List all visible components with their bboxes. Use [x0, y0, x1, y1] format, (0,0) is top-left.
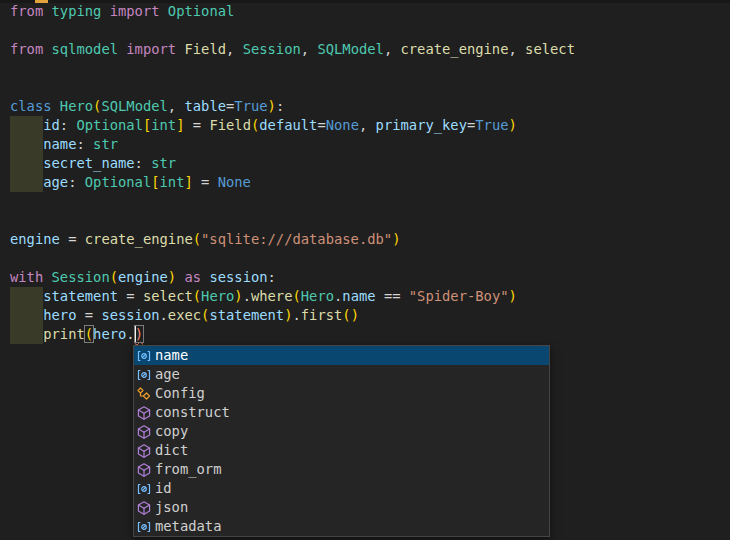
- suggestion-label: from_orm: [155, 460, 221, 479]
- code-line: age: Optional[int] = None: [10, 173, 575, 192]
- code-token: ,: [226, 41, 243, 57]
- code-token: table: [184, 98, 226, 114]
- code-line: [10, 21, 575, 40]
- code-token: (: [342, 307, 350, 323]
- code-token: Field: [209, 117, 251, 133]
- code-token: SQLModel: [101, 98, 167, 114]
- code-line: class Hero(SQLModel, table=True):: [10, 97, 575, 116]
- code-token: ,: [508, 41, 525, 57]
- suggestion-label: metadata: [155, 517, 221, 536]
- code-token: str: [151, 155, 176, 171]
- code-token: ,: [301, 41, 318, 57]
- code-token: Optional: [76, 117, 142, 133]
- code-token: :: [135, 155, 152, 171]
- class-icon: [136, 386, 152, 402]
- code-token: [160, 3, 168, 19]
- code-token: "sqlite:///database.db": [201, 231, 392, 247]
- code-token: Hero: [301, 288, 334, 304]
- code-token: =: [76, 307, 101, 323]
- suggestion-item-json[interactable]: json: [134, 498, 549, 517]
- code-token: Optional: [168, 3, 234, 19]
- code-token: select: [525, 41, 575, 57]
- code-token: :: [60, 117, 77, 133]
- code-token: int: [151, 117, 176, 133]
- code-token: ==: [376, 288, 409, 304]
- code-token: [10, 288, 43, 304]
- suggestion-item-dict[interactable]: dict: [134, 441, 549, 460]
- code-token: import: [110, 3, 160, 19]
- code-token: print: [43, 326, 85, 342]
- code-token: ): [351, 307, 359, 323]
- code-line: with Session(engine) as session:: [10, 268, 575, 287]
- code-token: =: [60, 231, 85, 247]
- code-token: statement: [209, 307, 284, 323]
- suggestion-label: copy: [155, 422, 188, 441]
- code-token: age: [43, 174, 68, 190]
- code-token: with: [10, 269, 43, 285]
- field-icon: [136, 367, 152, 383]
- code-token: create_engine: [85, 231, 193, 247]
- code-line: secret_name: str: [10, 154, 575, 173]
- code-token: ): [234, 288, 242, 304]
- code-token: .: [292, 307, 300, 323]
- code-token: =: [118, 288, 143, 304]
- code-line: from sqlmodel import Field, Session, SQL…: [10, 40, 575, 59]
- code-token: where: [251, 288, 293, 304]
- suggestion-label: id: [155, 479, 172, 498]
- code-token: [43, 269, 51, 285]
- code-token: ): [509, 117, 517, 133]
- code-token: [: [151, 174, 159, 190]
- code-token: from: [10, 3, 43, 19]
- suggestion-item-from_orm[interactable]: from_orm: [134, 460, 549, 479]
- code-token: :: [268, 269, 276, 285]
- method-icon: [136, 462, 152, 478]
- code-token: session: [101, 307, 159, 323]
- code-token: typing: [52, 3, 102, 19]
- code-token: [10, 174, 43, 190]
- code-token: "Spider-Boy": [409, 288, 509, 304]
- suggestion-label: age: [155, 365, 180, 384]
- code-token: ): [509, 288, 517, 304]
- code-token: ,: [384, 41, 401, 57]
- code-token: =: [184, 117, 209, 133]
- code-line: from typing import Optional: [10, 2, 575, 21]
- code-token: [101, 3, 109, 19]
- code-editor[interactable]: from typing import Optionalfrom sqlmodel…: [10, 2, 575, 344]
- code-token: primary_key: [376, 117, 467, 133]
- code-token: [10, 326, 43, 342]
- suggestion-item-construct[interactable]: construct: [134, 403, 549, 422]
- code-token: Optional: [85, 174, 151, 190]
- code-line: name: str: [10, 135, 575, 154]
- suggestion-item-name[interactable]: name: [134, 346, 549, 365]
- code-token: (: [85, 326, 93, 342]
- suggestion-item-age[interactable]: age: [134, 365, 549, 384]
- field-icon: [136, 481, 152, 497]
- suggestion-item-Config[interactable]: Config: [134, 384, 549, 403]
- code-token: (: [110, 269, 118, 285]
- code-token: Hero: [201, 288, 234, 304]
- suggestion-item-metadata[interactable]: metadata: [134, 517, 549, 536]
- code-token: session: [209, 269, 267, 285]
- code-token: ): [392, 231, 400, 247]
- code-token: :: [76, 136, 93, 152]
- code-token: import: [126, 41, 176, 57]
- code-line: hero = session.exec(statement).first(): [10, 306, 575, 325]
- method-icon: [136, 443, 152, 459]
- code-token: name: [342, 288, 375, 304]
- code-token: .: [160, 307, 168, 323]
- code-line: [10, 78, 575, 97]
- code-line: engine = create_engine("sqlite:///databa…: [10, 230, 575, 249]
- code-line: [10, 249, 575, 268]
- code-token: [43, 41, 51, 57]
- code-token: ): [135, 326, 143, 342]
- suggestion-item-id[interactable]: id: [134, 479, 549, 498]
- suggestion-label: dict: [155, 441, 188, 460]
- code-token: [: [143, 117, 151, 133]
- code-token: exec: [168, 307, 201, 323]
- code-token: [43, 3, 51, 19]
- suggestion-item-copy[interactable]: copy: [134, 422, 549, 441]
- autocomplete-dropdown: name age Config construct copy dict from…: [133, 345, 550, 537]
- code-line: id: Optional[int] = Field(default=None, …: [10, 116, 575, 135]
- code-token: engine: [10, 231, 60, 247]
- code-token: hero: [93, 326, 126, 342]
